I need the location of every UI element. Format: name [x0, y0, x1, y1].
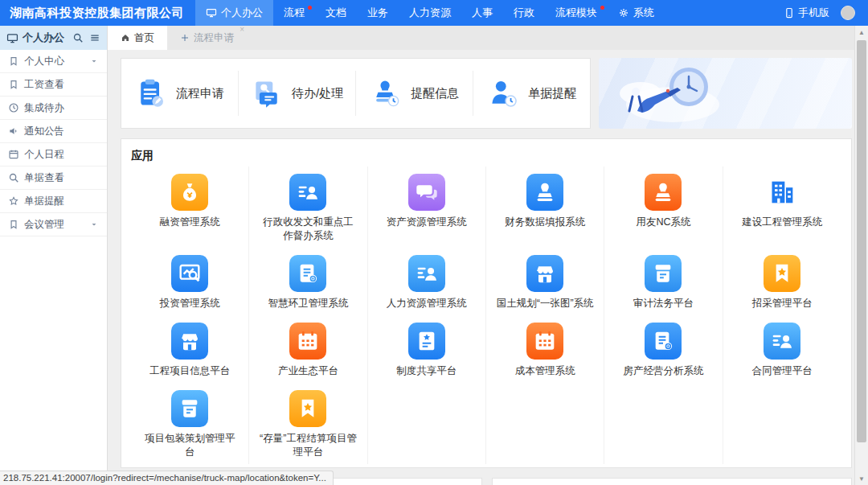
app-tile [764, 255, 800, 292]
page-layout: 个人办公 个人中心工资查看集成待办通知公告个人日程单据查看单据提醒会议管理 首页… [0, 26, 868, 485]
app-tile [408, 323, 445, 360]
monitor-icon [6, 32, 18, 44]
mobile-version-button[interactable]: 手机版 [784, 6, 829, 20]
person-list-icon [769, 328, 795, 354]
sidebar-item[interactable]: 通知公告 [0, 120, 107, 143]
buildings-icon [766, 176, 798, 208]
sidebar-item-label: 个人中心 [24, 55, 64, 68]
app-item[interactable]: 行政收发文和重点工作督办系统 [249, 166, 367, 248]
nav-item[interactable]: 流程模块 [545, 0, 608, 26]
app-tile [526, 255, 563, 292]
app-tile [645, 255, 682, 292]
app-item[interactable]: 招采管理平台 [723, 248, 841, 315]
app-item[interactable]: 成本管理系统 [486, 315, 604, 383]
app-item[interactable]: 合同管理平台 [723, 315, 841, 383]
banner-illustration [599, 58, 852, 129]
nav-item[interactable]: 人事 [461, 0, 503, 26]
sidebar-item[interactable]: 工资查看 [0, 73, 107, 97]
quick-actions-card: 流程申请待办/处理提醒信息单据提醒 [121, 58, 591, 129]
app-item[interactable]: 投资管理系统 [131, 248, 249, 315]
app-label: 招采管理平台 [733, 297, 831, 310]
nav-item[interactable]: 个人办公 [195, 0, 273, 26]
sidebar-item[interactable]: 个人日程 [0, 143, 107, 166]
app-item[interactable]: 财务数据填报系统 [486, 166, 604, 248]
app-item[interactable]: 制度共享平台 [368, 315, 486, 383]
tab[interactable]: 首页 [108, 26, 167, 50]
scroll-down-arrow-icon[interactable]: ▼ [855, 472, 868, 485]
sidebar-item-label: 个人日程 [24, 148, 64, 162]
app-item[interactable]: 融资管理系统 [131, 166, 249, 248]
nav-item[interactable]: 流程 [273, 0, 315, 26]
app-label: “存量”工程结算项目管理平台 [259, 432, 357, 459]
quick-action-item[interactable]: 待办/处理 [239, 71, 356, 116]
topnav-items: 个人办公流程文档业务人力资源人事行政流程模块系统 [195, 0, 665, 26]
app-label: 成本管理系统 [496, 364, 594, 378]
quick-action-item[interactable]: 流程申请 [121, 71, 239, 116]
chart-search-icon [177, 261, 203, 286]
vertical-scrollbar[interactable]: ▲ ▼ [854, 26, 868, 485]
app-item[interactable]: 房产经营分析系统 [604, 315, 723, 383]
app-item[interactable]: 人力资源管理系统 [368, 248, 486, 315]
empty-cell [604, 383, 723, 464]
sidebar-item[interactable]: 单据提醒 [0, 190, 107, 213]
app-label: 项目包装策划管理平台 [141, 432, 239, 459]
search-icon[interactable] [72, 32, 84, 43]
quick-action-item[interactable]: 单据提醒 [473, 71, 590, 116]
app-label: 用友NC系统 [614, 216, 712, 229]
app-tile [171, 390, 208, 427]
app-item[interactable]: 智慧环卫管理系统 [249, 248, 367, 315]
doc-star-icon [414, 328, 440, 354]
app-label: 审计法务平台 [614, 297, 712, 310]
nav-item[interactable]: 行政 [503, 0, 545, 26]
app-label: 房产经营分析系统 [614, 364, 712, 378]
app-label: 产业生态平台 [259, 364, 357, 378]
quick-action-item[interactable]: 提醒信息 [356, 71, 473, 116]
user-avatar[interactable] [841, 6, 855, 20]
app-item[interactable]: 资产资源管理系统 [368, 166, 486, 248]
app-item[interactable]: 工程项目信息平台 [131, 315, 249, 383]
nav-item[interactable]: 业务 [357, 0, 399, 26]
chat-doc-icon [251, 77, 283, 109]
nav-item[interactable]: 文档 [315, 0, 357, 26]
mobile-version-label: 手机版 [798, 6, 829, 20]
app-tile [764, 323, 800, 360]
company-brand: 湖南高科投资控股集团有限公司 [0, 6, 195, 21]
app-item[interactable]: 用友NC系统 [604, 166, 723, 248]
monitor-icon [206, 7, 217, 18]
menu-icon[interactable] [89, 32, 100, 43]
app-label: 工程项目信息平台 [141, 364, 239, 378]
app-item[interactable]: 项目包装策划管理平台 [131, 383, 249, 464]
tab[interactable]: 流程申请× [167, 26, 247, 50]
app-tile [171, 174, 208, 211]
tab-label: 流程申请 [194, 31, 234, 45]
app-label: 国土规划“一张图”系统 [496, 297, 594, 310]
sidebar-item[interactable]: 集成待办 [0, 97, 107, 120]
sidebar-menu: 个人中心工资查看集成待办通知公告个人日程单据查看单据提醒会议管理 [0, 50, 107, 236]
close-icon[interactable]: × [240, 26, 244, 34]
promo-banner [599, 58, 852, 129]
person-list-icon [295, 179, 321, 205]
apps-grid: 融资管理系统行政收发文和重点工作督办系统资产资源管理系统财务数据填报系统用友NC… [131, 166, 841, 464]
bookmark-icon [8, 55, 19, 67]
sidebar-item[interactable]: 单据查看 [0, 166, 107, 190]
scrollbar-thumb[interactable] [857, 40, 866, 442]
app-item[interactable]: 建设工程管理系统 [723, 166, 841, 248]
chevron-down-icon[interactable] [89, 56, 99, 66]
main-area: 首页流程申请× 流程申请待办/处理提醒信息单据提醒 [108, 26, 868, 485]
app-label: 财务数据填报系统 [496, 216, 594, 229]
home-icon [121, 33, 130, 43]
chevron-down-icon[interactable] [89, 220, 99, 229]
scroll-up-arrow-icon[interactable]: ▲ [855, 26, 868, 39]
sidebar-item[interactable]: 会议管理 [0, 213, 107, 236]
nav-item[interactable]: 人力资源 [399, 0, 461, 26]
nav-item[interactable]: 系统 [608, 0, 665, 26]
sidebar-header: 个人办公 [0, 26, 107, 50]
nav-item-label: 文档 [326, 6, 346, 20]
sidebar-item[interactable]: 个人中心 [0, 50, 107, 73]
bookmark-star-icon [295, 396, 321, 421]
app-item[interactable]: “存量”工程结算项目管理平台 [249, 383, 367, 464]
app-item[interactable]: 产业生态平台 [249, 315, 367, 383]
app-item[interactable]: 国土规划“一张图”系统 [486, 248, 604, 315]
app-item[interactable]: 审计法务平台 [604, 248, 723, 315]
app-tile [171, 255, 208, 292]
